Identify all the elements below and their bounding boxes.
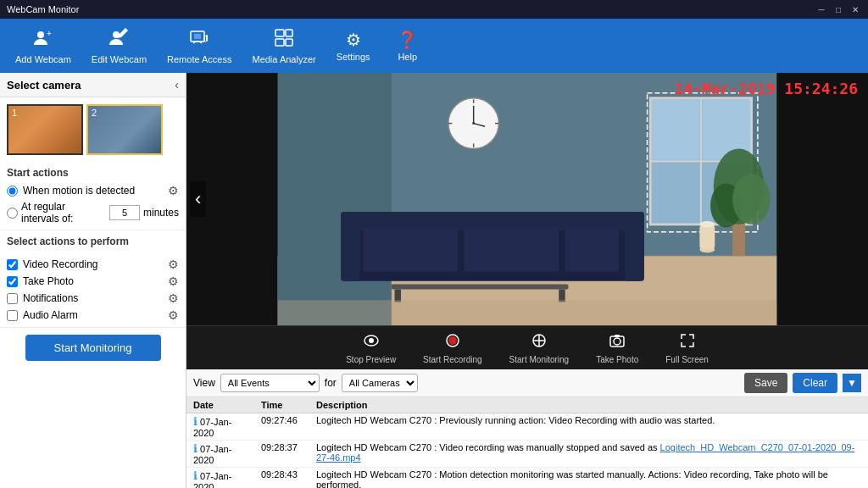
- minimize-button[interactable]: ─: [815, 3, 827, 15]
- full-screen-label: Full Screen: [665, 355, 709, 364]
- svg-rect-9: [286, 39, 292, 46]
- camera-controls-bar: Stop Preview Start Recording: [186, 325, 868, 369]
- notifications-gear[interactable]: ⚙: [168, 291, 179, 305]
- interval-unit-label: minutes: [143, 207, 179, 219]
- svg-text:+: +: [47, 29, 52, 38]
- log-link[interactable]: Logitech_HD_Webcam_C270_07-01-2020_09-27…: [316, 442, 854, 463]
- col-header-description: Description: [309, 397, 868, 413]
- notifications-item: Notifications ⚙: [7, 291, 179, 305]
- svg-rect-19: [652, 163, 700, 224]
- toolbar-settings[interactable]: ⚙ Settings: [328, 26, 379, 65]
- log-cell-time: 09:27:46: [254, 413, 309, 441]
- log-table-row: ℹ 07-Jan-202009:27:46Logitech HD Webcam …: [186, 413, 868, 441]
- interval-radio[interactable]: [7, 208, 18, 219]
- toolbar-edit-webcam[interactable]: Edit Webcam: [83, 25, 155, 68]
- toolbar-add-webcam[interactable]: + Add Webcam: [7, 25, 80, 68]
- svg-point-51: [448, 336, 457, 345]
- log-table-row: ℹ 07-Jan-202009:28:37Logitech HD Webcam …: [186, 441, 868, 468]
- take-photo-gear[interactable]: ⚙: [168, 274, 179, 288]
- svg-rect-4: [194, 34, 201, 39]
- audio-alarm-gear[interactable]: ⚙: [168, 308, 179, 322]
- svg-point-49: [369, 338, 374, 343]
- svg-rect-27: [699, 225, 715, 250]
- log-cell-description: Logitech HD Webcam C270 : Video recordin…: [309, 441, 868, 468]
- interval-label: At regular intervals of:: [21, 201, 106, 225]
- edit-webcam-icon: [108, 28, 129, 53]
- log-cell-date: ℹ 07-Jan-2020: [186, 468, 254, 489]
- toolbar-remote-access[interactable]: Remote Access: [159, 25, 240, 68]
- log-area: View All Events Motion Events Recording …: [186, 369, 868, 488]
- start-actions-radio-group: When motion is detected ⚙ At regular int…: [7, 184, 179, 225]
- camera-scene-svg: [186, 73, 868, 325]
- take-photo-checkbox[interactable]: [7, 276, 18, 287]
- log-table-header: Date Time Description: [186, 397, 868, 413]
- col-header-date: Date: [186, 397, 254, 413]
- start-recording-control[interactable]: Start Recording: [423, 332, 481, 364]
- audio-alarm-checkbox[interactable]: [7, 310, 18, 321]
- svg-point-56: [614, 338, 620, 345]
- full-screen-control[interactable]: Full Screen: [665, 332, 709, 364]
- log-cell-time: 09:28:37: [254, 441, 309, 468]
- camera-view: 14-Mar-2019 15:24:26 ‹: [186, 73, 868, 325]
- save-log-button[interactable]: Save: [744, 373, 787, 393]
- video-recording-checkbox[interactable]: [7, 259, 18, 270]
- media-analyzer-icon: [274, 28, 294, 53]
- view-select[interactable]: All Events Motion Events Recording Event…: [220, 374, 320, 392]
- help-label: Help: [398, 52, 417, 62]
- start-actions-section: Start actions When motion is detected ⚙ …: [0, 162, 186, 230]
- svg-rect-43: [565, 228, 619, 272]
- log-table-wrapper: Date Time Description ℹ 07-Jan-202009:27…: [186, 397, 868, 488]
- start-monitoring-control[interactable]: Start Monitoring: [509, 332, 570, 364]
- svg-rect-47: [278, 300, 777, 325]
- start-monitoring-label: Start Monitoring: [509, 355, 570, 364]
- log-cell-time: 09:28:43: [254, 468, 309, 489]
- svg-rect-42: [465, 228, 559, 272]
- clear-log-button[interactable]: Clear: [793, 373, 837, 393]
- take-photo-icon: [609, 332, 626, 353]
- maximize-button[interactable]: □: [832, 3, 844, 15]
- log-cell-description: Logitech HD Webcam C270 : Previously run…: [309, 413, 868, 441]
- svg-rect-8: [275, 39, 284, 46]
- camera-nav-left[interactable]: ‹: [190, 181, 206, 217]
- datetime-overlay: 14-Mar-2019 15:24:26: [674, 80, 858, 97]
- svg-rect-41: [363, 228, 458, 272]
- stop-preview-label: Stop Preview: [346, 355, 396, 364]
- start-recording-icon: [444, 332, 461, 353]
- log-cell-description: Logitech HD Webcam C270 : Motion detecti…: [309, 468, 868, 489]
- camera-1-label: 1: [12, 108, 17, 118]
- camera-thumb-1[interactable]: 1: [7, 104, 83, 155]
- take-photo-control[interactable]: Take Photo: [596, 332, 638, 364]
- log-table: Date Time Description ℹ 07-Jan-202009:27…: [186, 397, 868, 488]
- camera-thumb-2[interactable]: 2: [86, 104, 163, 155]
- stop-preview-control[interactable]: Stop Preview: [346, 332, 396, 364]
- video-recording-item: Video Recording ⚙: [7, 258, 179, 271]
- select-actions-header: Select actions to perform: [7, 236, 179, 252]
- svg-point-0: [37, 31, 44, 38]
- camera-2-preview: [88, 106, 161, 153]
- sidebar-collapse-button[interactable]: ‹: [175, 78, 179, 92]
- select-actions-title: Select actions to perform: [7, 236, 129, 247]
- log-expand-button[interactable]: ▼: [843, 374, 861, 392]
- motion-detection-radio[interactable]: [7, 186, 18, 197]
- close-button[interactable]: ✕: [849, 3, 861, 15]
- notifications-checkbox[interactable]: [7, 293, 18, 304]
- sidebar-header: Select camera ‹: [0, 73, 186, 97]
- titlebar-title: WebCam Monitor: [7, 4, 815, 14]
- log-header-row: Date Time Description: [186, 397, 868, 413]
- svg-point-25: [732, 174, 771, 225]
- interval-spinbox[interactable]: [109, 205, 140, 220]
- notifications-label: Notifications: [23, 292, 163, 304]
- start-monitoring-button[interactable]: Start Monitoring: [25, 335, 161, 361]
- svg-rect-17: [652, 99, 700, 160]
- toolbar-help[interactable]: ❓ Help: [382, 26, 433, 65]
- action-items-list: Video Recording ⚙ Take Photo ⚙ Notificat…: [7, 258, 179, 322]
- video-recording-gear[interactable]: ⚙: [168, 258, 179, 271]
- settings-icon: ⚙: [346, 30, 361, 50]
- view-label: View: [193, 377, 215, 389]
- log-cell-date: ℹ 07-Jan-2020: [186, 413, 254, 441]
- motion-detection-gear[interactable]: ⚙: [168, 184, 179, 197]
- toolbar-media-analyzer[interactable]: Media Analyzer: [243, 25, 324, 68]
- svg-rect-44: [392, 285, 569, 290]
- for-select[interactable]: All Cameras Camera 1 Camera 2: [342, 374, 418, 392]
- video-recording-label: Video Recording: [23, 258, 163, 270]
